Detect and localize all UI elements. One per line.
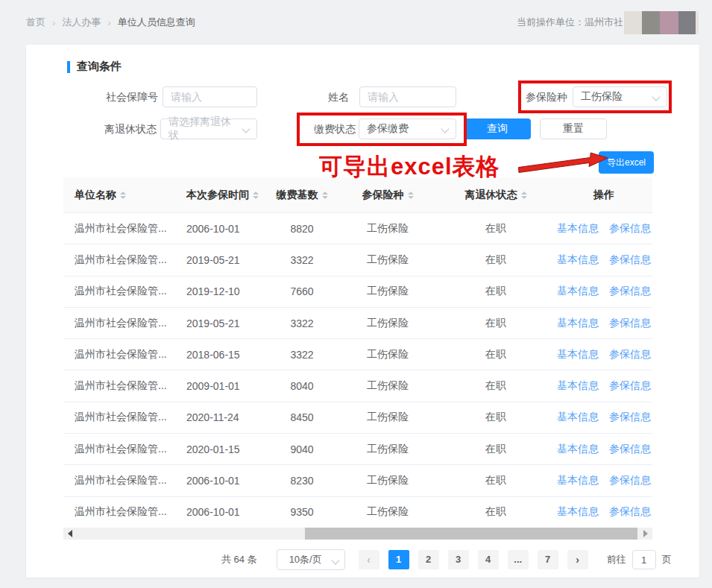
breadcrumb-separator: › <box>107 17 110 28</box>
insurance-info-link[interactable]: 参保信息 <box>609 411 651 424</box>
page-size-value: 10条/页 <box>289 553 322 566</box>
next-page-button[interactable]: › <box>567 550 588 569</box>
query-section-title: 查询条件 <box>67 60 122 74</box>
retire-status-label: 离退休状态 <box>104 118 157 139</box>
sort-carets-icon[interactable] <box>120 192 126 199</box>
insurance-type-value: 工伤保险 <box>581 90 623 104</box>
basic-info-link[interactable]: 基本信息 <box>557 222 599 235</box>
breadcrumb-item[interactable]: 首页 <box>26 16 45 29</box>
cell-payment-base: 8230 <box>265 475 339 487</box>
column-header-label: 缴费基数 <box>277 189 318 202</box>
cell-actions: 基本信息参保信息 <box>555 253 652 267</box>
column-header-4[interactable]: 参保险种 <box>339 189 436 202</box>
insurance-info-link[interactable]: 参保信息 <box>609 348 651 361</box>
search-button[interactable]: 查询 <box>464 118 531 139</box>
scroll-right-arrow-icon[interactable] <box>643 530 648 537</box>
cell-unit-name: 温州市社会保险管... <box>63 285 175 298</box>
ssn-input[interactable] <box>163 86 257 107</box>
basic-info-link[interactable]: 基本信息 <box>557 411 599 424</box>
results-table: 单位名称本次参保时间缴费基数参保险种离退休状态操作 温州市社会保险管...200… <box>63 177 652 528</box>
column-header-2[interactable]: 本次参保时间 <box>175 189 265 202</box>
cell-retire-status: 在职 <box>436 222 555 235</box>
breadcrumb-item[interactable]: 法人办事 <box>62 16 101 29</box>
basic-info-link[interactable]: 基本信息 <box>557 348 599 361</box>
insurance-info-link[interactable]: 参保信息 <box>609 253 651 267</box>
redacted-unit-name <box>624 11 699 34</box>
name-input[interactable] <box>359 86 456 107</box>
scroll-left-arrow-icon[interactable] <box>68 530 72 537</box>
insurance-info-link[interactable]: 参保信息 <box>609 474 651 487</box>
column-header-3[interactable]: 缴费基数 <box>265 189 339 202</box>
basic-info-link[interactable]: 基本信息 <box>557 505 599 519</box>
cell-retire-status: 在职 <box>436 411 555 424</box>
export-excel-button[interactable]: 导出excel <box>599 151 654 174</box>
insurance-type-select[interactable]: 工伤保险 <box>573 86 667 107</box>
insurance-info-link[interactable]: 参保信息 <box>609 379 651 393</box>
page-button-7[interactable]: 7 <box>538 550 558 569</box>
sort-carets-icon[interactable] <box>521 192 527 199</box>
cell-actions: 基本信息参保信息 <box>555 443 652 456</box>
column-header-label: 操作 <box>593 189 614 202</box>
scrollbar-thumb[interactable] <box>305 528 637 540</box>
cell-join-date: 2006-10-01 <box>175 475 265 487</box>
cell-payment-base: 8040 <box>265 380 339 392</box>
reset-button[interactable]: 重置 <box>540 118 607 139</box>
cell-join-date: 2020-01-15 <box>175 443 265 455</box>
redacted-block <box>660 11 678 34</box>
page-size-select[interactable]: 10条/页 <box>277 549 345 570</box>
goto-page-input[interactable] <box>632 550 656 569</box>
column-header-6[interactable]: 操作 <box>555 189 652 202</box>
insurance-info-link[interactable]: 参保信息 <box>609 443 651 456</box>
cell-insurance-type: 工伤保险 <box>339 474 436 487</box>
insurance-info-link[interactable]: 参保信息 <box>609 222 651 235</box>
basic-info-link[interactable]: 基本信息 <box>557 474 599 487</box>
cell-retire-status: 在职 <box>436 253 555 267</box>
insurance-type-label: 参保险种 <box>526 86 567 107</box>
table-row: 温州市社会保险管...2019-05-213322工伤保险在职基本信息参保信息 <box>63 308 652 339</box>
insurance-info-link[interactable]: 参保信息 <box>609 505 651 519</box>
cell-insurance-type: 工伤保险 <box>339 348 436 361</box>
main-card: 查询条件 社会保障号 姓名 参保险种 工伤保险 离退休状态 请选择离退休状 缴费… <box>26 45 699 578</box>
cell-insurance-type: 工伤保险 <box>339 253 436 267</box>
cell-join-date: 2019-12-10 <box>175 285 265 297</box>
basic-info-link[interactable]: 基本信息 <box>557 317 599 330</box>
page: 首页›法人办事›单位人员信息查询 当前操作单位：温州市社 查询条件 社会保障号 … <box>0 0 712 588</box>
sort-carets-icon[interactable] <box>322 192 328 199</box>
cell-insurance-type: 工伤保险 <box>339 379 436 393</box>
redacted-block <box>678 11 696 34</box>
section-title-text: 查询条件 <box>77 60 122 74</box>
basic-info-link[interactable]: 基本信息 <box>557 285 599 298</box>
top-bar: 首页›法人办事›单位人员信息查询 当前操作单位：温州市社 <box>26 0 699 45</box>
insurance-info-link[interactable]: 参保信息 <box>609 285 651 298</box>
pagination: 共 64 条 10条/页 ‹1234...7› 前往 页 <box>221 549 672 570</box>
redacted-block <box>624 11 642 34</box>
column-header-1[interactable]: 单位名称 <box>63 189 175 202</box>
cell-retire-status: 在职 <box>436 348 555 361</box>
basic-info-link[interactable]: 基本信息 <box>557 443 599 456</box>
pager-ellipsis[interactable]: ... <box>508 550 529 569</box>
horizontal-scrollbar[interactable] <box>63 528 652 540</box>
chevron-down-icon <box>242 124 250 133</box>
basic-info-link[interactable]: 基本信息 <box>557 379 599 393</box>
cell-retire-status: 在职 <box>436 505 555 519</box>
cell-payment-base: 7660 <box>265 285 339 297</box>
retire-status-select[interactable]: 请选择离退休状 <box>160 118 257 139</box>
sort-carets-icon[interactable] <box>408 192 414 199</box>
cell-insurance-type: 工伤保险 <box>339 443 436 456</box>
insurance-info-link[interactable]: 参保信息 <box>609 317 651 330</box>
sort-carets-icon[interactable] <box>253 192 259 199</box>
breadcrumb-item[interactable]: 单位人员信息查询 <box>118 16 195 29</box>
prev-page-button[interactable]: ‹ <box>359 550 379 569</box>
page-button-3[interactable]: 3 <box>448 550 469 569</box>
table-row: 温州市社会保险管...2020-11-248450工伤保险在职基本信息参保信息 <box>63 402 652 434</box>
page-button-1[interactable]: 1 <box>388 550 409 569</box>
payment-status-select[interactable]: 参保缴费 <box>359 118 456 139</box>
page-button-4[interactable]: 4 <box>478 550 499 569</box>
cell-insurance-type: 工伤保险 <box>339 411 436 424</box>
cell-join-date: 2020-11-24 <box>175 411 265 423</box>
cell-join-date: 2006-10-01 <box>175 506 265 518</box>
column-header-5[interactable]: 离退休状态 <box>436 189 555 202</box>
cell-insurance-type: 工伤保险 <box>339 285 436 298</box>
basic-info-link[interactable]: 基本信息 <box>557 253 599 267</box>
page-button-2[interactable]: 2 <box>418 550 439 569</box>
